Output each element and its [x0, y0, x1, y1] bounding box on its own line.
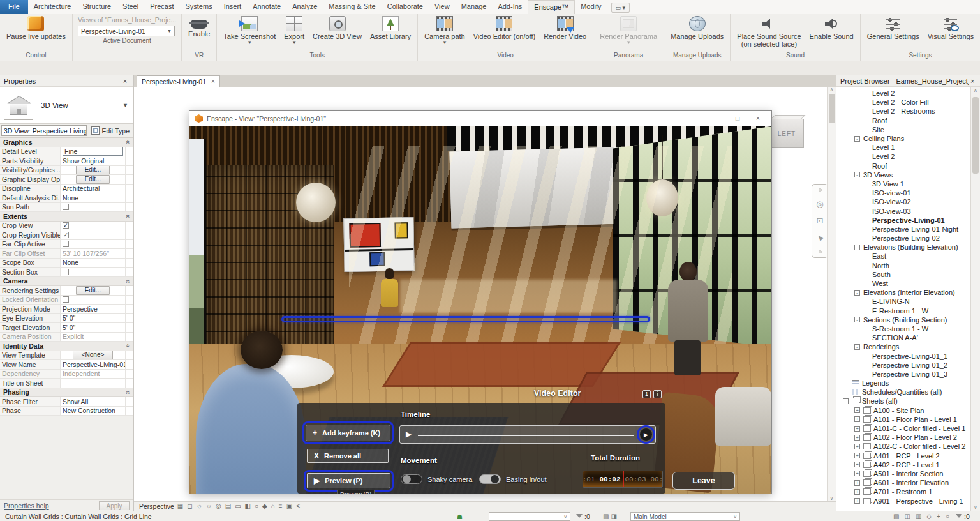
tree-item[interactable]: S-Restroom 1 - W	[836, 324, 970, 333]
tree-item[interactable]: ISO-view-03	[836, 206, 970, 215]
property-row[interactable]: Rendering Settings Edit...	[0, 286, 133, 296]
ribbon-tab[interactable]: Manage	[456, 0, 493, 14]
ribbon-tab[interactable]: Insert	[218, 0, 248, 14]
remove-all-button[interactable]: X Remove all	[307, 449, 389, 463]
expand-toggle-icon[interactable]: +	[854, 480, 860, 486]
main-model-combo[interactable]: Main Model ∨	[630, 511, 740, 521]
ribbon-tab[interactable]: Analyze	[286, 0, 323, 14]
shaky-camera-toggle[interactable]	[401, 474, 422, 484]
tree-item[interactable]: Level 2 - Restrooms	[836, 107, 970, 116]
close-tab-icon[interactable]: ×	[211, 78, 215, 85]
tree-item[interactable]: Level 1	[836, 143, 970, 152]
minimize-icon[interactable]: —	[709, 115, 725, 122]
scrollbar-thumb[interactable]	[972, 97, 979, 174]
property-row[interactable]: Dependency Independent	[0, 370, 133, 379]
tree-item[interactable]: SECTION A-A'	[836, 333, 970, 342]
property-row[interactable]: Parts Visibility Show Original	[0, 156, 133, 166]
property-row[interactable]: Section Box	[0, 268, 133, 277]
tree-item[interactable]: + A601 - Interior Elevation	[836, 478, 970, 487]
tree-item[interactable]: + A901 - Perspective - Living 1	[836, 496, 970, 505]
property-row[interactable]: Sun Path	[0, 203, 133, 213]
property-row[interactable]: Locked Orientation	[0, 296, 133, 305]
expand-toggle-icon[interactable]: +	[854, 471, 860, 476]
property-row[interactable]: Far Clip Offset 53' 10 187/256"	[0, 249, 133, 259]
timeline-start-icon[interactable]: ▶	[406, 430, 412, 439]
select-underlay-icon[interactable]: ○	[946, 513, 949, 520]
property-row[interactable]: Graphic Display Op... Edit...	[0, 175, 133, 185]
tree-item[interactable]: Legends	[836, 379, 970, 388]
expand-toggle-icon[interactable]: -	[843, 398, 849, 404]
tree-item[interactable]: South	[836, 270, 970, 279]
expand-toggle-icon[interactable]: +	[854, 462, 860, 467]
scroll-down-icon[interactable]: ∨	[974, 504, 977, 510]
temporary-view-properties-icon[interactable]: ⌂	[271, 502, 275, 510]
tree-item[interactable]: E-LIVING-N	[836, 297, 970, 306]
tree-item[interactable]: Perspective-Living-02	[836, 234, 970, 243]
select-links-icon[interactable]: ◇	[926, 513, 932, 520]
edit-button[interactable]: Edit...	[76, 166, 110, 175]
tree-item[interactable]: + A501 - Interior Section	[836, 469, 970, 478]
tree-item[interactable]: East	[836, 252, 970, 260]
manage-uploads-button[interactable]: Manage Uploads	[667, 15, 727, 41]
tree-item[interactable]: Perspective-Living-01_2	[836, 361, 970, 370]
editing-requests-icon[interactable]: ▥	[916, 513, 921, 520]
reveal-hidden-icon[interactable]: ○	[255, 502, 258, 510]
shadows-icon[interactable]: ☼	[206, 502, 212, 510]
type-caret-icon[interactable]: ▼	[122, 102, 128, 109]
editable-only-icon[interactable]: ☗	[457, 511, 463, 521]
tree-item[interactable]: + A701 - Restroom 1	[836, 487, 970, 496]
property-row[interactable]: View Template <None>	[0, 351, 133, 361]
checkbox[interactable]	[63, 204, 69, 210]
checkbox[interactable]: ✓	[63, 222, 69, 229]
take-screenshot-button[interactable]: Take Screenshot ▼	[220, 15, 279, 45]
ribbon-tab[interactable]: Add-Ins	[492, 0, 528, 14]
pan-icon[interactable]: ▲	[813, 232, 826, 244]
apply-button[interactable]: Apply	[99, 501, 130, 510]
property-row[interactable]: Phase New Construction	[0, 407, 133, 416]
worksets-combo[interactable]: ∨	[489, 511, 570, 521]
ribbon-tab[interactable]: Massing & Site	[323, 0, 381, 14]
temporary-hide-icon[interactable]: ◆	[262, 502, 267, 510]
enscape-viewport[interactable]: Video Editor 1 i Timeline ▶ ▶ + Add	[189, 126, 771, 494]
property-row[interactable]: View Name Perspective-Living-01	[0, 360, 133, 370]
tree-item[interactable]: - Renderings	[836, 342, 970, 351]
expand-toggle-icon[interactable]: +	[854, 407, 860, 413]
checkbox[interactable]	[63, 296, 69, 303]
collapse-section-icon[interactable]: «	[125, 390, 132, 394]
tree-item[interactable]: West	[836, 279, 970, 288]
expand-toggle-icon[interactable]: +	[854, 426, 860, 432]
export-button[interactable]: Export ▼	[281, 15, 308, 45]
tree-item[interactable]: + A402 - RCP - Level 1	[836, 460, 970, 469]
timeline-track[interactable]: ▶ ▶	[399, 425, 656, 444]
expand-toggle-icon[interactable]: -	[854, 136, 860, 142]
checkbox[interactable]: ✓	[63, 232, 69, 238]
scroll-down-icon[interactable]: ∨	[830, 495, 834, 501]
tree-item[interactable]: Perspective-Living-01	[836, 216, 970, 225]
collapse-section-icon[interactable]: «	[125, 140, 132, 144]
easing-toggle[interactable]	[479, 474, 501, 484]
keyframe-count-icon[interactable]: 1	[642, 390, 651, 398]
expand-toggle-icon[interactable]: -	[854, 317, 860, 322]
tree-item[interactable]: Perspective-Living-01_1	[836, 351, 970, 360]
edit-button[interactable]: <None>	[73, 351, 114, 360]
tree-item[interactable]: - Sheets (all)	[836, 396, 970, 405]
properties-help-link[interactable]: Properties help	[4, 502, 49, 510]
property-row[interactable]: Visibility/Graphics ... Edit...	[0, 166, 133, 176]
tree-item[interactable]: Perspective-Living-01_3	[836, 370, 970, 379]
tree-item[interactable]: E-Restroom 1 - W	[836, 306, 970, 315]
general-settings-button[interactable]: General Settings	[864, 15, 923, 41]
section-header-graphics[interactable]: Graphics «	[0, 138, 133, 147]
tree-item[interactable]: - Elevations (Interior Elevation)	[836, 288, 970, 297]
info-icon[interactable]: i	[653, 390, 662, 398]
add-keyframe-button[interactable]: + Add keyframe (K)	[306, 425, 390, 441]
projection-label[interactable]: Perspective	[139, 502, 174, 510]
ribbon-tab[interactable]: View	[429, 0, 456, 14]
navigation-bar[interactable]: ◎ ⊡ ▲	[812, 184, 827, 258]
expand-toggle-icon[interactable]: +	[854, 489, 860, 495]
preview-button[interactable]: ▶ Preview (P)	[307, 473, 390, 488]
enable-vr-button[interactable]: Enable	[185, 15, 213, 38]
analytical-model-icon[interactable]: ▣	[286, 502, 292, 510]
timeline-end-button[interactable]: ▶	[640, 428, 652, 441]
design-options-icons[interactable]: ▤◨	[603, 511, 617, 521]
property-row[interactable]: Crop View ✓	[0, 222, 133, 231]
